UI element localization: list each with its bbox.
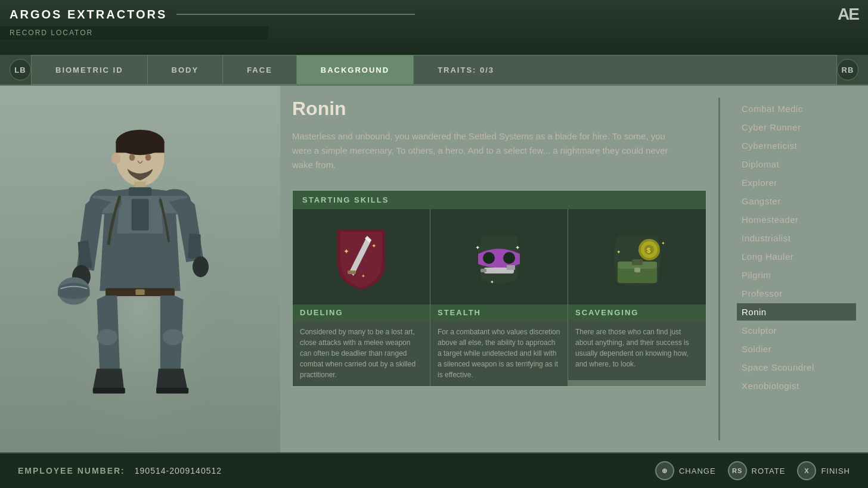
skill-icon-dueling: ✦ ✦ ✦ <box>328 221 394 293</box>
right-panel: Ronin Masterless and unbound, you wander… <box>280 86 868 452</box>
skills-section: STARTING SKILLS <box>292 190 706 387</box>
nav-right-button[interactable]: RB <box>837 59 858 80</box>
svg-rect-28 <box>507 265 515 270</box>
background-list-item[interactable]: Soldier <box>737 340 856 358</box>
tab-body[interactable]: BODY <box>147 55 223 85</box>
title-bar-line <box>176 14 415 15</box>
svg-rect-20 <box>129 187 152 196</box>
skill-desc-stealth: For a combatant who values discretion ab… <box>430 321 568 386</box>
background-list-item[interactable]: Ronin <box>737 303 856 321</box>
skill-card-scavenging: $ ✦ ✦ SCAVENGING There are those who can… <box>568 209 706 386</box>
svg-text:✦: ✦ <box>371 243 376 249</box>
tab-face[interactable]: FACE <box>222 55 296 85</box>
svg-point-26 <box>503 252 515 264</box>
action-finish[interactable]: X FINISH <box>797 461 850 480</box>
nav-tabs: LB BIOMETRIC ID BODY FACE BACKGROUND TRA… <box>0 55 868 86</box>
svg-text:✦: ✦ <box>343 247 349 256</box>
svg-text:✦: ✦ <box>661 241 665 246</box>
background-list-item[interactable]: Sculptor <box>737 322 856 339</box>
svg-point-13 <box>193 256 209 277</box>
background-list-item[interactable]: Cyberneticist <box>737 137 856 154</box>
svg-rect-17 <box>93 388 125 394</box>
background-list-item[interactable]: Combat Medic <box>737 100 856 117</box>
svg-point-25 <box>483 252 495 264</box>
main-content: Ronin Masterless and unbound, you wander… <box>0 86 868 452</box>
background-list-item[interactable]: Xenobiologist <box>737 377 856 394</box>
background-list-item[interactable]: Homesteader <box>737 211 856 228</box>
background-list-item[interactable]: Gangster <box>737 192 856 210</box>
background-list-item[interactable]: Industrialist <box>737 229 856 247</box>
svg-point-4 <box>129 154 135 161</box>
svg-rect-35 <box>632 259 643 265</box>
tab-biometric-id[interactable]: BIOMETRIC ID <box>31 55 147 85</box>
finish-label: FINISH <box>821 467 850 475</box>
background-list-item[interactable]: Cyber Runner <box>737 119 856 136</box>
app-title: ARGOS EXTRACTORS <box>10 8 167 21</box>
character-image <box>27 107 253 452</box>
ae-logo: AE <box>838 5 858 24</box>
change-button[interactable]: ⊕ <box>655 461 674 480</box>
svg-rect-15 <box>135 289 144 295</box>
svg-rect-36 <box>634 268 640 272</box>
svg-rect-21 <box>348 271 356 274</box>
background-list-item[interactable]: Diplomat <box>737 156 856 173</box>
skill-icon-area-stealth: ✦ ✦ ✦ <box>430 209 568 304</box>
employee-label: EMPLOYEE NUMBER: <box>18 466 125 475</box>
svg-point-16 <box>97 329 118 345</box>
svg-text:✦: ✦ <box>361 273 365 279</box>
svg-point-18 <box>163 329 184 345</box>
record-locator-bar: RECORD LOCATOR <box>0 26 268 39</box>
list-divider <box>718 98 720 440</box>
skill-card-stealth: ✦ ✦ ✦ STEALTH For a combatant who values… <box>430 209 568 386</box>
top-header: ARGOS EXTRACTORS AE RECORD LOCATOR <box>0 0 868 55</box>
background-list-item[interactable]: Explorer <box>737 174 856 191</box>
svg-point-5 <box>145 154 151 161</box>
svg-text:✦: ✦ <box>515 244 520 251</box>
skill-name-stealth: STEALTH <box>430 304 568 321</box>
svg-rect-8 <box>132 199 149 231</box>
svg-text:✦: ✦ <box>490 279 494 285</box>
svg-text:✦: ✦ <box>616 249 621 255</box>
background-list-item[interactable]: Professor <box>737 285 856 302</box>
svg-text:$: $ <box>647 247 650 254</box>
nav-left-button[interactable]: LB <box>10 59 31 80</box>
tab-background[interactable]: BACKGROUND <box>296 55 413 85</box>
tab-traits[interactable]: TRAITS: 0/3 <box>413 55 837 85</box>
bottom-actions: ⊕ CHANGE RS ROTATE X FINISH <box>655 461 850 480</box>
skill-desc-dueling: Considered by many to be a lost art, clo… <box>293 321 430 386</box>
svg-rect-3 <box>116 141 164 153</box>
character-svg <box>27 107 253 452</box>
skill-name-scavenging: SCAVENGING <box>568 304 706 321</box>
action-change[interactable]: ⊕ CHANGE <box>655 461 716 480</box>
action-rotate[interactable]: RS ROTATE <box>728 461 786 480</box>
svg-rect-19 <box>156 388 188 394</box>
svg-rect-29 <box>480 269 486 272</box>
rotate-button[interactable]: RS <box>728 461 747 480</box>
background-description: Masterless and unbound, you wandered the… <box>292 129 674 172</box>
skill-desc-scavenging: There are those who can find just about … <box>568 321 706 380</box>
skills-header: STARTING SKILLS <box>293 191 706 209</box>
bottom-bar: EMPLOYEE NUMBER: 190514-2009140512 ⊕ CHA… <box>0 452 868 488</box>
finish-button[interactable]: X <box>797 461 816 480</box>
character-panel <box>0 86 280 452</box>
skill-icon-stealth: ✦ ✦ ✦ <box>466 221 532 293</box>
skill-name-dueling: DUELING <box>293 304 430 321</box>
skill-icon-area-dueling: ✦ ✦ ✦ <box>293 209 430 304</box>
background-list-item[interactable]: Space Scoundrel <box>737 359 856 376</box>
title-row: ARGOS EXTRACTORS AE <box>0 0 868 26</box>
record-locator-label: RECORD LOCATOR <box>10 29 93 37</box>
backgrounds-list: Combat MedicCyber RunnerCyberneticistDip… <box>737 98 856 440</box>
skill-card-dueling: ✦ ✦ ✦ DUELING Considered by many to be a… <box>293 209 430 386</box>
background-info: Ronin Masterless and unbound, you wander… <box>292 98 706 440</box>
employee-number: 190514-2009140512 <box>135 466 222 475</box>
skills-grid: ✦ ✦ ✦ DUELING Considered by many to be a… <box>293 209 706 386</box>
background-list-item[interactable]: Pilgrim <box>737 266 856 284</box>
svg-point-6 <box>111 153 120 164</box>
background-name: Ronin <box>292 98 706 120</box>
svg-text:✦: ✦ <box>475 244 480 251</box>
skill-icon-scavenging: $ ✦ ✦ <box>604 221 670 293</box>
rotate-label: ROTATE <box>752 467 786 475</box>
change-label: CHANGE <box>679 467 716 475</box>
skill-icon-area-scavenging: $ ✦ ✦ <box>568 209 706 304</box>
background-list-item[interactable]: Long Hauler <box>737 248 856 265</box>
